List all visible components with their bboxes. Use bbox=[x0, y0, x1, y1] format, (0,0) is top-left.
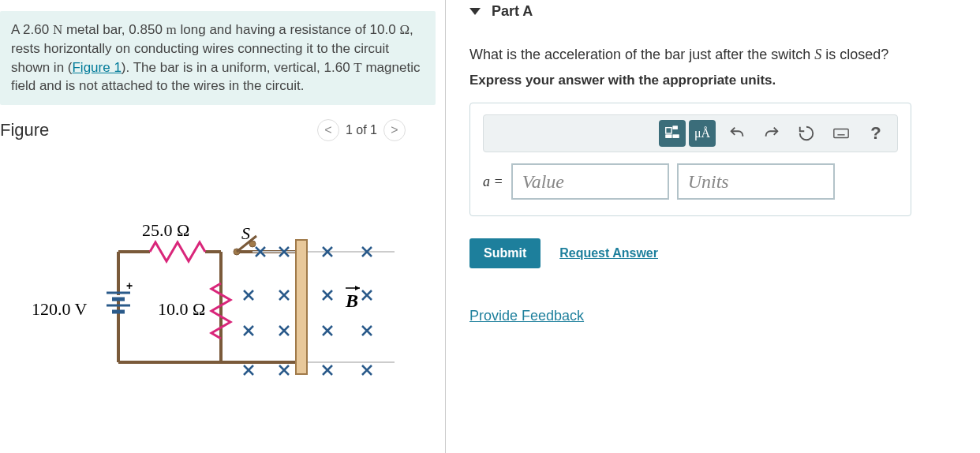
answer-card: μÅ ? a = Value Units bbox=[469, 103, 911, 216]
answer-row: a = Value Units bbox=[483, 163, 898, 200]
text: metal bar, 0.850 bbox=[62, 22, 166, 37]
provide-feedback-link[interactable]: Provide Feedback bbox=[469, 308, 584, 324]
unit: m bbox=[166, 22, 177, 37]
circuit-diagram: 25.0 Ω S 10.0 Ω + 120.0 V bbox=[8, 220, 402, 386]
request-answer-link[interactable]: Request Answer bbox=[559, 246, 658, 260]
units-placeholder: Units bbox=[688, 171, 729, 193]
figure-pager: < 1 of 1 > bbox=[317, 119, 406, 141]
figure-canvas[interactable]: 25.0 Ω S 10.0 Ω + 120.0 V bbox=[0, 157, 445, 386]
right-pane: Part A What is the acceleration of the b… bbox=[446, 0, 980, 453]
question-text: What is the acceleration of the bar just… bbox=[469, 45, 980, 65]
unit: N bbox=[53, 22, 62, 37]
collapse-icon bbox=[469, 8, 481, 15]
text: ). The bar is in a uniform, vertical, 1.… bbox=[122, 60, 353, 75]
undo-icon[interactable] bbox=[724, 120, 750, 147]
unit: Ω bbox=[399, 22, 410, 37]
figure-header: Figure < 1 of 1 > bbox=[0, 119, 445, 141]
reset-icon[interactable] bbox=[793, 120, 820, 147]
svg-rect-56 bbox=[834, 129, 848, 138]
figure-title: Figure bbox=[0, 120, 49, 140]
part-a-header[interactable]: Part A bbox=[469, 0, 980, 36]
value-input[interactable]: Value bbox=[511, 163, 669, 200]
r2-label: 10.0 Ω bbox=[158, 299, 205, 319]
submit-row: Submit Request Answer bbox=[469, 238, 980, 268]
instruction-text: Express your answer with the appropriate… bbox=[469, 73, 980, 88]
svg-rect-17 bbox=[296, 240, 307, 374]
svg-rect-53 bbox=[673, 126, 678, 129]
r1-label: 25.0 Ω bbox=[142, 220, 189, 240]
redo-icon[interactable] bbox=[758, 120, 785, 147]
svg-text:+: + bbox=[126, 279, 133, 292]
switch-label: S bbox=[241, 223, 250, 243]
next-figure-button[interactable]: > bbox=[383, 119, 406, 141]
problem-statement: A 2.60 N metal bar, 0.850 m long and hav… bbox=[0, 11, 436, 105]
submit-button[interactable]: Submit bbox=[469, 238, 540, 268]
b-field-label: B bbox=[345, 290, 358, 311]
equation-label: a = bbox=[483, 174, 503, 190]
keyboard-icon[interactable] bbox=[828, 120, 855, 147]
left-pane: A 2.60 N metal bar, 0.850 m long and hav… bbox=[0, 0, 446, 453]
unit: T bbox=[353, 60, 361, 75]
prev-figure-button[interactable]: < bbox=[317, 119, 339, 141]
page-indicator: 1 of 1 bbox=[346, 123, 377, 137]
svg-rect-55 bbox=[673, 135, 679, 138]
voltage-label: 120.0 V bbox=[32, 299, 88, 319]
svg-rect-52 bbox=[666, 128, 671, 133]
svg-rect-54 bbox=[666, 135, 671, 138]
figure-link[interactable]: Figure 1 bbox=[72, 60, 121, 75]
units-input[interactable]: Units bbox=[677, 163, 835, 200]
text: long and having a resistance of 10.0 bbox=[177, 22, 400, 37]
template-icon[interactable] bbox=[659, 120, 686, 147]
answer-toolbar: μÅ ? bbox=[483, 114, 898, 152]
value-placeholder: Value bbox=[522, 171, 564, 193]
text: A 2.60 bbox=[11, 22, 53, 37]
help-icon[interactable]: ? bbox=[862, 120, 889, 147]
part-title: Part A bbox=[492, 3, 533, 20]
units-icon[interactable]: μÅ bbox=[689, 120, 716, 147]
